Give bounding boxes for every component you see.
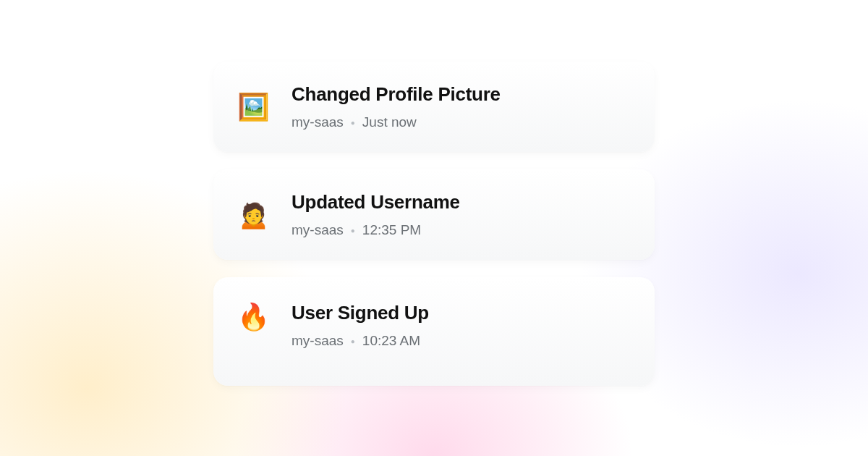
separator-dot: ● bbox=[351, 119, 355, 127]
fire-icon: 🔥 bbox=[238, 302, 268, 332]
notification-card[interactable]: 🖼️ Changed Profile Picture my-saas ● Jus… bbox=[213, 62, 655, 152]
notification-title: Changed Profile Picture bbox=[292, 83, 630, 106]
separator-dot: ● bbox=[351, 337, 355, 345]
notification-content: Changed Profile Picture my-saas ● Just n… bbox=[292, 83, 630, 130]
notification-card[interactable]: 🙍 Updated Username my-saas ● 12:35 PM bbox=[213, 169, 655, 260]
notification-content: Updated Username my-saas ● 12:35 PM bbox=[292, 191, 630, 238]
picture-icon: 🖼️ bbox=[238, 92, 268, 122]
notification-content: User Signed Up my-saas ● 10:23 AM bbox=[292, 302, 630, 349]
notification-time: Just now bbox=[362, 114, 417, 130]
notification-meta: my-saas ● Just now bbox=[292, 114, 630, 130]
notification-meta: my-saas ● 10:23 AM bbox=[292, 333, 630, 349]
notification-title: Updated Username bbox=[292, 191, 630, 214]
notification-card[interactable]: 🔥 User Signed Up my-saas ● 10:23 AM bbox=[213, 277, 655, 386]
person-icon: 🙍 bbox=[238, 200, 268, 230]
notification-meta: my-saas ● 12:35 PM bbox=[292, 222, 630, 238]
notification-title: User Signed Up bbox=[292, 302, 630, 324]
notification-time: 10:23 AM bbox=[362, 333, 420, 349]
notification-feed: 🖼️ Changed Profile Picture my-saas ● Jus… bbox=[213, 62, 655, 386]
notification-time: 12:35 PM bbox=[362, 222, 421, 238]
notification-project: my-saas bbox=[292, 114, 344, 130]
notification-project: my-saas bbox=[292, 222, 344, 238]
separator-dot: ● bbox=[351, 227, 355, 235]
notification-project: my-saas bbox=[292, 333, 344, 349]
